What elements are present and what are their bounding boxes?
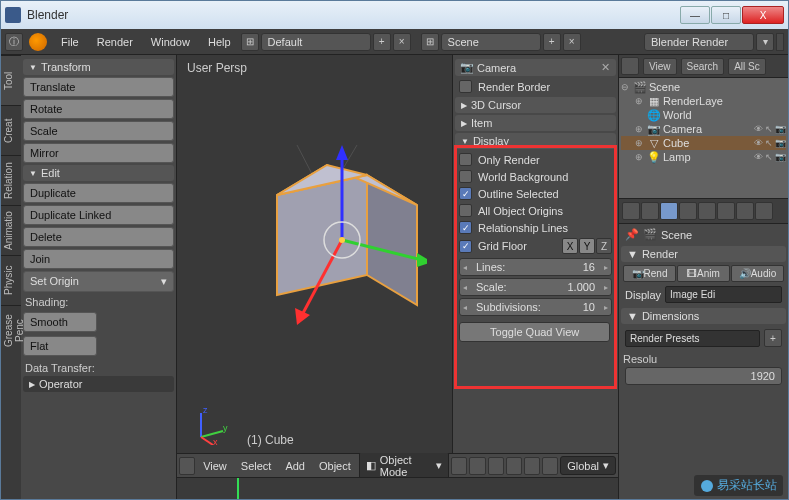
3d-viewport[interactable]: User Persp [177, 55, 452, 453]
join-button[interactable]: Join [23, 249, 174, 269]
outliner-item-lamp[interactable]: Lamp [663, 151, 751, 163]
prop-modifiers-icon[interactable] [736, 202, 754, 220]
tab-tools[interactable]: Tool [1, 55, 21, 105]
prop-object-icon[interactable] [698, 202, 716, 220]
editor-type-3dview-icon[interactable] [179, 457, 195, 475]
expand-cam-icon[interactable]: ⊕ [635, 124, 645, 134]
eye-icon[interactable]: 👁 [754, 138, 763, 148]
outliner-item-camera[interactable]: Camera [663, 123, 751, 135]
outliner-editor-icon[interactable] [621, 57, 639, 75]
anim-tab-button[interactable]: 🎞Anim [677, 265, 730, 282]
menu-render[interactable]: Render [89, 34, 141, 50]
close-button[interactable]: X [742, 6, 784, 24]
pin-icon[interactable]: 📌 [625, 228, 639, 241]
cursor-icon[interactable]: ↖ [765, 138, 773, 148]
vp-menu-view[interactable]: View [197, 458, 233, 474]
scene-add-icon[interactable]: + [543, 33, 561, 51]
menu-help[interactable]: Help [200, 34, 239, 50]
item-panel-head[interactable]: ▶Item [455, 115, 616, 131]
pivot-icon[interactable] [469, 457, 485, 475]
dimensions-panel-head[interactable]: ▼Dimensions [621, 308, 786, 324]
outliner-item-cube[interactable]: Cube [663, 137, 751, 149]
minimize-button[interactable]: — [680, 6, 710, 24]
render-icon[interactable]: 📷 [775, 124, 786, 134]
shade-flat-button[interactable]: Flat [23, 336, 97, 356]
outliner-tree[interactable]: ⊖🎬Scene ⊕▦RenderLaye 🌐World ⊕📷Camera👁↖📷 … [619, 78, 788, 198]
area-grip-icon[interactable] [776, 33, 784, 51]
vp-menu-add[interactable]: Add [279, 458, 311, 474]
outliner-item-renderlayer[interactable]: RenderLaye [663, 95, 786, 107]
camera-panel-head[interactable]: 📷Camera ✕ [455, 59, 616, 76]
layout-browse-icon[interactable]: ⊞ [241, 33, 259, 51]
preset-add-icon[interactable]: + [764, 329, 782, 347]
snap-icon[interactable] [524, 457, 540, 475]
mode-dropdown[interactable]: ◧Object Mode▾ [359, 451, 449, 481]
vp-menu-select[interactable]: Select [235, 458, 278, 474]
eye-icon[interactable]: 👁 [754, 152, 763, 162]
render-icon[interactable]: 📷 [775, 152, 786, 162]
editor-type-icon[interactable]: ⓘ [5, 33, 23, 51]
operator-panel[interactable]: ▶Operator [23, 376, 174, 392]
scene-browse-icon[interactable]: ⊞ [421, 33, 439, 51]
prop-render-icon[interactable] [622, 202, 640, 220]
screen-layout-dropdown[interactable]: Default [261, 33, 371, 51]
prop-data-icon[interactable] [755, 202, 773, 220]
prop-world-icon[interactable] [679, 202, 697, 220]
render-engine-dropdown[interactable]: Blender Render [644, 33, 754, 51]
set-origin-dropdown[interactable]: Set Origin ▾ [23, 271, 174, 292]
expand-scene-icon[interactable]: ⊖ [621, 82, 631, 92]
manipulator-icon[interactable] [488, 457, 504, 475]
expand-rl-icon[interactable]: ⊕ [635, 96, 645, 106]
render-icon[interactable]: 📷 [775, 138, 786, 148]
prop-constraints-icon[interactable] [717, 202, 735, 220]
cursor-icon[interactable]: ↖ [765, 124, 773, 134]
tab-relations[interactable]: Relation [1, 155, 21, 205]
maximize-button[interactable]: □ [711, 6, 741, 24]
proportional-icon[interactable] [542, 457, 558, 475]
outliner-search-menu[interactable]: Search [681, 58, 725, 75]
layout-add-icon[interactable]: + [373, 33, 391, 51]
render-panel-head[interactable]: ▼Render [621, 246, 786, 262]
render-border-checkbox[interactable] [459, 80, 472, 93]
orientation-dropdown[interactable]: Global▾ [560, 456, 616, 475]
duplicate-button[interactable]: Duplicate [23, 183, 174, 203]
delete-button[interactable]: Delete [23, 227, 174, 247]
menu-file[interactable]: File [53, 34, 87, 50]
panel-edit[interactable]: ▼Edit [23, 165, 174, 181]
outliner-item-world[interactable]: World [663, 109, 786, 121]
rotate-button[interactable]: Rotate [23, 99, 174, 119]
layout-del-icon[interactable]: × [393, 33, 411, 51]
render-tab-button[interactable]: 📷Rend [623, 265, 676, 282]
scene-dropdown[interactable]: Scene [441, 33, 541, 51]
expand-cube-icon[interactable]: ⊕ [635, 138, 645, 148]
blender-logo-icon[interactable] [29, 33, 47, 51]
scene-del-icon[interactable]: × [563, 33, 581, 51]
eye-icon[interactable]: 👁 [754, 124, 763, 134]
shade-smooth-button[interactable]: Smooth [23, 312, 97, 332]
timeline-area[interactable] [177, 477, 618, 499]
mirror-button[interactable]: Mirror [23, 143, 174, 163]
shading-mode-icon[interactable] [451, 457, 467, 475]
engine-arrow-icon[interactable]: ▾ [756, 33, 774, 51]
render-presets-dropdown[interactable]: Render Presets [625, 330, 760, 347]
audio-tab-button[interactable]: 🔊Audio [731, 265, 784, 282]
tab-animation[interactable]: Animatio [1, 205, 21, 255]
cube-object[interactable] [227, 105, 427, 385]
scale-button[interactable]: Scale [23, 121, 174, 141]
layers-icon[interactable] [506, 457, 522, 475]
tab-physics[interactable]: Physic [1, 255, 21, 305]
resolution-x-field[interactable]: 1920 [625, 367, 782, 385]
vp-menu-object[interactable]: Object [313, 458, 357, 474]
prop-renderlayers-icon[interactable] [641, 202, 659, 220]
cursor-panel-head[interactable]: ▶3D Cursor [455, 97, 616, 113]
display-output-dropdown[interactable]: Image Edi [665, 286, 782, 303]
outliner-view-menu[interactable]: View [643, 58, 677, 75]
panel-close-icon[interactable]: ✕ [601, 61, 610, 74]
panel-transform[interactable]: ▼Transform [23, 59, 174, 75]
duplicate-linked-button[interactable]: Duplicate Linked [23, 205, 174, 225]
cursor-icon[interactable]: ↖ [765, 152, 773, 162]
tab-create[interactable]: Creat [1, 105, 21, 155]
outliner-item-scene[interactable]: Scene [649, 81, 786, 93]
playhead-icon[interactable] [237, 478, 239, 499]
translate-button[interactable]: Translate [23, 77, 174, 97]
